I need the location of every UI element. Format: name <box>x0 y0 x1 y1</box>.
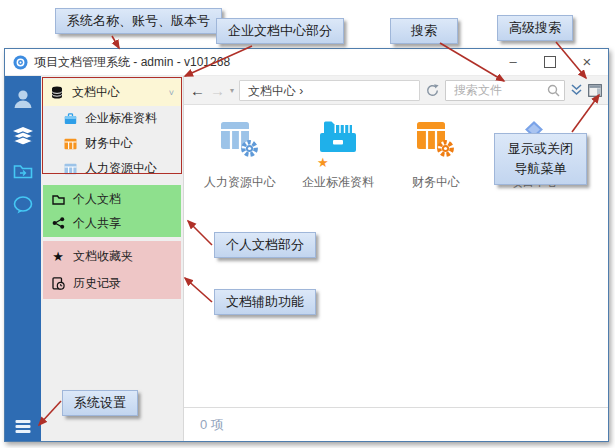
search-input[interactable] <box>452 82 547 98</box>
search-icon <box>547 84 560 97</box>
search-box <box>445 80 565 101</box>
nav-item-enterprise-standard[interactable]: 企业标准资料 <box>41 106 183 131</box>
doc-center-group: 企业标准资料 财务中心 <box>41 106 183 181</box>
back-button[interactable]: ← <box>190 82 205 99</box>
nav-item-history[interactable]: 历史记录 <box>43 270 181 297</box>
advanced-search-chevrons-icon[interactable] <box>570 84 583 96</box>
star-icon: ★ <box>51 250 65 263</box>
personal-folder-icon <box>51 193 65 205</box>
chat-icon[interactable] <box>13 196 33 214</box>
toolbar: ← → ▾ 文档中心 › <box>184 76 608 105</box>
nav-item-favorites[interactable]: ★ 文档收藏夹 <box>43 243 181 270</box>
tile-label: 财务中心 <box>412 174 460 191</box>
callout-personal-section: 个人文档部分 <box>214 232 316 258</box>
hr-table-gear-icon <box>218 117 262 161</box>
nav-item-personal-share[interactable]: 个人共享 <box>43 211 181 235</box>
callout-aux-section: 文档辅助功能 <box>214 289 316 315</box>
item-count: 0 项 <box>200 416 224 434</box>
maximize-button[interactable] <box>544 56 556 68</box>
history-icon <box>51 277 65 290</box>
finance-table-gear-icon <box>414 117 458 161</box>
nav-item-label: 历史记录 <box>73 275 121 292</box>
navigation-panel: 文档中心 ˅ 企业标准资料 <box>41 76 183 441</box>
callout-nav-toggle-line2: 导航菜单 <box>508 159 573 179</box>
tile-hr-center[interactable]: 人力资源中心 <box>198 113 282 191</box>
user-icon[interactable] <box>12 88 34 110</box>
sidebar-icon-strip <box>5 76 41 441</box>
callout-nav-toggle-line1: 显示或关闭 <box>508 139 573 159</box>
breadcrumb[interactable]: 文档中心 › <box>239 80 420 101</box>
minimize-button[interactable]: – <box>504 53 522 71</box>
title-bar: 项目文档管理系统 - admin - v101268 – × <box>5 49 608 76</box>
app-icon <box>13 55 28 70</box>
nav-item-personal-docs[interactable]: 个人文档 <box>43 187 181 211</box>
callout-nav-toggle: 显示或关闭 导航菜单 <box>494 133 587 185</box>
callout-enterprise-section: 企业文档中心部分 <box>216 18 344 44</box>
tile-label: 人力资源中心 <box>204 174 276 191</box>
callout-advanced-search: 高级搜索 <box>497 15 573 41</box>
layers-icon[interactable] <box>12 127 34 145</box>
nav-item-hr-center[interactable]: 人力资源中心 <box>41 156 183 181</box>
share-icon <box>51 217 65 229</box>
chevron-down-icon[interactable]: ˅ <box>169 88 174 98</box>
nav-header-doc-center[interactable]: 文档中心 ˅ <box>43 79 181 106</box>
nav-item-label: 个人共享 <box>73 215 121 232</box>
window-title: 项目文档管理系统 - admin - v101268 <box>34 54 230 71</box>
nav-item-finance-center[interactable]: 财务中心 <box>41 131 183 156</box>
settings-menu-icon[interactable] <box>16 420 31 433</box>
status-bar: 0 项 <box>184 407 608 441</box>
nav-item-label: 财务中心 <box>85 135 133 152</box>
aux-group: ★ 文档收藏夹 历史记录 <box>43 241 181 299</box>
personal-group: 个人文档 个人共享 <box>43 185 181 237</box>
nav-item-label: 企业标准资料 <box>85 110 157 127</box>
briefcase-icon <box>63 113 77 125</box>
forward-button[interactable]: → <box>210 82 225 99</box>
callout-settings: 系统设置 <box>62 390 138 416</box>
tile-finance-center[interactable]: 财务中心 <box>394 113 478 191</box>
nav-panel-toggle-icon[interactable] <box>588 84 602 97</box>
hr-grid-icon <box>63 163 77 175</box>
tile-enterprise-standard[interactable]: ★ 企业标准资料 <box>296 113 380 191</box>
nav-item-label: 文档收藏夹 <box>73 248 133 265</box>
callout-search: 搜索 <box>390 18 458 44</box>
nav-item-label: 个人文档 <box>73 191 121 208</box>
finance-grid-icon <box>63 138 77 150</box>
star-badge-icon: ★ <box>317 156 329 169</box>
tile-label: 企业标准资料 <box>302 174 374 191</box>
refresh-icon[interactable] <box>425 83 440 98</box>
database-icon <box>50 86 64 99</box>
close-button[interactable]: × <box>578 53 596 71</box>
folder-icon[interactable] <box>13 162 33 179</box>
nav-header-label: 文档中心 <box>72 84 120 101</box>
history-dropdown-caret[interactable]: ▾ <box>230 86 234 95</box>
callout-system-title: 系统名称、账号、版本号 <box>55 8 222 34</box>
nav-item-label: 人力资源中心 <box>85 160 157 177</box>
